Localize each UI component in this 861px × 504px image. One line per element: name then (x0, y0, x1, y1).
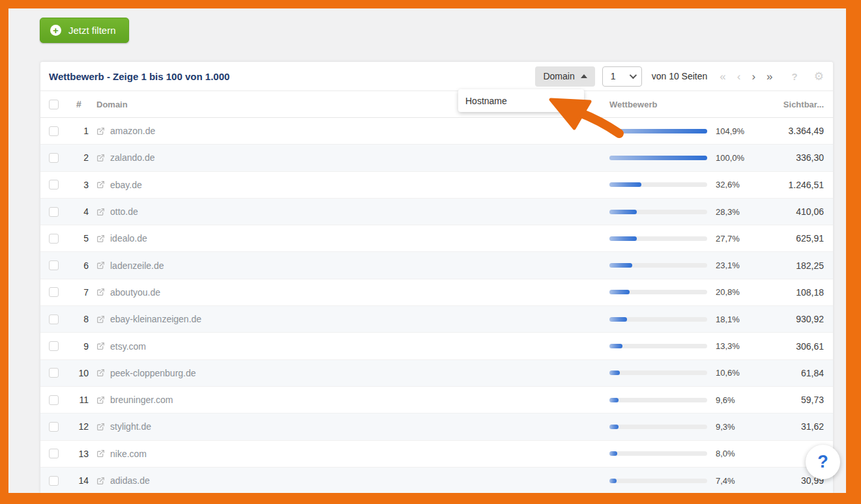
external-link-icon[interactable] (96, 154, 105, 162)
row-rank: 8 (64, 314, 96, 324)
next-page-icon[interactable]: › (752, 71, 755, 82)
row-rank: 7 (64, 287, 96, 298)
competition-bar (609, 129, 707, 133)
filter-button-label: Jetzt filtern (68, 25, 116, 36)
domain-link[interactable]: aboutyou.de (110, 287, 160, 298)
row-checkbox[interactable] (49, 126, 59, 136)
competition-percent: 23,1% (707, 260, 766, 270)
bar-track (609, 317, 707, 322)
external-link-icon[interactable] (96, 208, 105, 216)
domain-link[interactable]: idealo.de (110, 233, 147, 244)
external-link-icon[interactable] (96, 315, 105, 324)
external-link-icon[interactable] (96, 396, 105, 404)
row-checkbox[interactable] (49, 341, 59, 351)
row-checkbox[interactable] (49, 287, 59, 297)
column-header-visibility[interactable]: Sichtbar... (766, 100, 824, 109)
domain-link[interactable]: peek-cloppenburg.de (110, 368, 196, 378)
plus-icon: + (50, 25, 61, 36)
table-row: 2 zalando.de 100,0% 336,30 (40, 145, 833, 171)
page-number-select[interactable]: 1 (602, 66, 642, 87)
last-page-icon[interactable]: » (766, 71, 772, 82)
bar-track (609, 371, 707, 375)
caret-up-icon (581, 74, 587, 78)
competition-bar (609, 317, 707, 322)
domain-link[interactable]: amazon.de (110, 126, 155, 136)
row-checkbox[interactable] (49, 395, 59, 405)
external-link-icon[interactable] (96, 423, 105, 431)
external-link-icon[interactable] (96, 127, 105, 135)
bar-fill (609, 398, 619, 402)
row-checkbox[interactable] (49, 234, 59, 244)
domain-link[interactable]: ebay-kleinanzeigen.de (110, 314, 201, 324)
competition-percent: 27,7% (707, 234, 766, 244)
column-header-competition[interactable]: Wettbewerb (609, 100, 707, 109)
domain-link[interactable]: breuninger.com (110, 395, 173, 405)
previous-page-icon[interactable]: ‹ (737, 71, 741, 82)
bar-fill (609, 129, 707, 133)
select-all-checkbox[interactable] (49, 100, 59, 109)
domain-link[interactable]: ebay.de (110, 180, 142, 190)
domain-link[interactable]: adidas.de (110, 475, 150, 486)
competition-percent: 32,6% (707, 180, 766, 189)
external-link-icon[interactable] (96, 261, 105, 270)
table-help-icon[interactable]: ? (792, 71, 798, 82)
row-checkbox[interactable] (49, 180, 59, 189)
competition-percent: 100,0% (707, 153, 766, 163)
external-link-icon[interactable] (96, 477, 105, 485)
competition-percent: 8,0% (707, 449, 766, 458)
bar-track (609, 156, 707, 160)
row-rank: 6 (64, 260, 96, 271)
row-checkbox[interactable] (49, 449, 59, 458)
first-page-icon[interactable]: « (720, 71, 725, 82)
visibility-value: 31,62 (766, 421, 824, 432)
visibility-value: 59,73 (766, 395, 824, 405)
bar-track (609, 129, 707, 133)
settings-gear-icon[interactable]: ⚙ (814, 71, 824, 82)
table-row: 11 breuninger.com 9,6% 59,73 (40, 387, 833, 413)
dropdown-item-hostname[interactable]: Hostname (465, 96, 507, 106)
bar-fill (609, 425, 619, 429)
row-checkbox[interactable] (49, 315, 59, 324)
row-checkbox[interactable] (49, 207, 59, 217)
external-link-icon[interactable] (96, 180, 105, 189)
external-link-icon[interactable] (96, 234, 105, 243)
filter-button[interactable]: + Jetzt filtern (40, 18, 129, 43)
table-row: 8 ebay-kleinanzeigen.de 18,1% 930,92 (40, 306, 833, 333)
visibility-value: 3.364,49 (766, 126, 824, 136)
competition-bar (609, 290, 707, 294)
domain-link[interactable]: stylight.de (110, 421, 151, 432)
domain-link[interactable]: ladenzeile.de (110, 260, 164, 271)
row-checkbox[interactable] (49, 422, 59, 432)
help-fab-button[interactable]: ? (806, 445, 840, 479)
bar-track (609, 210, 707, 214)
external-link-icon[interactable] (96, 342, 105, 350)
row-checkbox[interactable] (49, 260, 59, 270)
external-link-icon[interactable] (96, 449, 105, 458)
domain-link[interactable]: nike.com (110, 449, 147, 459)
table-row: 13 nike.com 8,0% 30 (40, 441, 833, 468)
row-checkbox[interactable] (49, 368, 59, 378)
visibility-value: 930,92 (766, 314, 824, 324)
row-checkbox[interactable] (49, 476, 59, 486)
bar-track (609, 425, 707, 429)
question-mark-icon: ? (817, 452, 828, 472)
domain-link[interactable]: otto.de (110, 206, 138, 217)
table-row: 5 idealo.de 27,7% 625,91 (40, 225, 833, 252)
domain-link[interactable]: etsy.com (110, 341, 146, 352)
external-link-icon[interactable] (96, 369, 105, 377)
competition-percent: 104,9% (707, 126, 766, 136)
row-checkbox[interactable] (49, 153, 59, 163)
row-rank: 3 (64, 180, 96, 190)
domain-link[interactable]: zalando.de (110, 152, 155, 163)
competition-bar (609, 236, 707, 241)
column-header-rank[interactable]: # (64, 99, 96, 109)
table-header-row: # Domain Wettbewerb Sichtbar... (40, 91, 833, 118)
sort-column-dropdown-button[interactable]: Domain (535, 66, 594, 87)
external-link-icon[interactable] (96, 288, 105, 296)
bar-fill (609, 210, 637, 214)
competition-bar (609, 479, 707, 483)
panel-title: Wettbewerb - Zeige 1 bis 100 von 1.000 (49, 71, 229, 82)
row-rank: 13 (64, 449, 96, 459)
bar-fill (609, 290, 630, 294)
bar-fill (609, 371, 620, 375)
